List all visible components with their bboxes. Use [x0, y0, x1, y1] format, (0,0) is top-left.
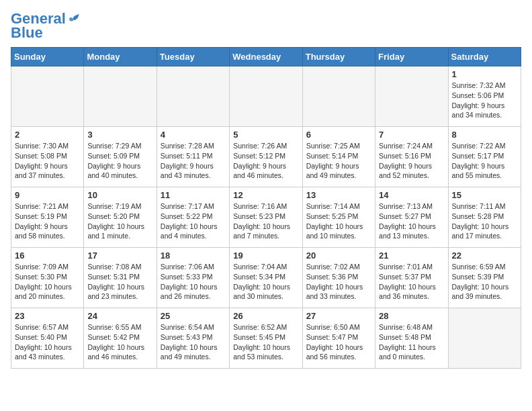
day-info: Sunrise: 7:08 AM Sunset: 5:31 PM Dayligh…: [87, 262, 152, 302]
day-info: Sunrise: 7:06 AM Sunset: 5:33 PM Dayligh…: [161, 262, 226, 302]
calendar-cell: 5Sunrise: 7:26 AM Sunset: 5:12 PM Daylig…: [230, 127, 302, 187]
day-number: 24: [87, 311, 152, 321]
day-info: Sunrise: 7:24 AM Sunset: 5:16 PM Dayligh…: [379, 141, 444, 181]
weekday-header-row: SundayMondayTuesdayWednesdayThursdayFrid…: [11, 48, 521, 66]
day-number: 6: [306, 130, 371, 140]
day-number: 12: [233, 190, 298, 200]
day-info: Sunrise: 6:52 AM Sunset: 5:45 PM Dayligh…: [233, 322, 298, 362]
day-number: 2: [15, 130, 80, 140]
weekday-header-saturday: Saturday: [448, 48, 521, 66]
calendar-cell: 3Sunrise: 7:29 AM Sunset: 5:09 PM Daylig…: [84, 127, 157, 187]
day-info: Sunrise: 7:19 AM Sunset: 5:20 PM Dayligh…: [87, 201, 152, 241]
week-row-3: 16Sunrise: 7:09 AM Sunset: 5:30 PM Dayli…: [11, 248, 521, 308]
day-info: Sunrise: 6:54 AM Sunset: 5:43 PM Dayligh…: [161, 322, 226, 362]
calendar-cell: [11, 66, 84, 127]
calendar-cell: 27Sunrise: 6:50 AM Sunset: 5:47 PM Dayli…: [302, 308, 375, 369]
calendar-cell: 1Sunrise: 7:32 AM Sunset: 5:06 PM Daylig…: [448, 66, 521, 127]
page-header: General Blue: [11, 11, 521, 42]
day-number: 14: [379, 190, 444, 200]
calendar-cell: 11Sunrise: 7:17 AM Sunset: 5:22 PM Dayli…: [157, 187, 229, 248]
calendar-cell: 22Sunrise: 6:59 AM Sunset: 5:39 PM Dayli…: [448, 248, 521, 308]
day-info: Sunrise: 7:13 AM Sunset: 5:27 PM Dayligh…: [379, 201, 444, 241]
week-row-1: 2Sunrise: 7:30 AM Sunset: 5:08 PM Daylig…: [11, 127, 521, 187]
day-info: Sunrise: 7:30 AM Sunset: 5:08 PM Dayligh…: [15, 141, 80, 181]
calendar-cell: 8Sunrise: 7:22 AM Sunset: 5:17 PM Daylig…: [448, 127, 521, 187]
calendar-cell: 20Sunrise: 7:02 AM Sunset: 5:36 PM Dayli…: [302, 248, 375, 308]
day-info: Sunrise: 6:55 AM Sunset: 5:42 PM Dayligh…: [87, 322, 152, 362]
day-number: 19: [233, 250, 298, 261]
day-number: 21: [379, 250, 444, 261]
week-row-0: 1Sunrise: 7:32 AM Sunset: 5:06 PM Daylig…: [11, 66, 521, 127]
day-info: Sunrise: 7:02 AM Sunset: 5:36 PM Dayligh…: [306, 262, 371, 302]
day-info: Sunrise: 7:17 AM Sunset: 5:22 PM Dayligh…: [161, 201, 226, 241]
weekday-header-friday: Friday: [375, 48, 448, 66]
day-info: Sunrise: 7:29 AM Sunset: 5:09 PM Dayligh…: [87, 141, 152, 181]
calendar-cell: 23Sunrise: 6:57 AM Sunset: 5:40 PM Dayli…: [11, 308, 84, 369]
calendar-cell: 2Sunrise: 7:30 AM Sunset: 5:08 PM Daylig…: [11, 127, 84, 187]
day-info: Sunrise: 7:01 AM Sunset: 5:37 PM Dayligh…: [379, 262, 444, 302]
day-info: Sunrise: 6:50 AM Sunset: 5:47 PM Dayligh…: [306, 322, 371, 362]
day-info: Sunrise: 7:32 AM Sunset: 5:06 PM Dayligh…: [452, 81, 517, 120]
day-info: Sunrise: 7:16 AM Sunset: 5:23 PM Dayligh…: [233, 201, 298, 241]
calendar-cell: 10Sunrise: 7:19 AM Sunset: 5:20 PM Dayli…: [84, 187, 157, 248]
weekday-header-monday: Monday: [84, 48, 157, 66]
day-info: Sunrise: 6:48 AM Sunset: 5:48 PM Dayligh…: [379, 322, 444, 362]
day-number: 5: [233, 130, 298, 140]
calendar-cell: 6Sunrise: 7:25 AM Sunset: 5:14 PM Daylig…: [302, 127, 375, 187]
calendar-cell: 12Sunrise: 7:16 AM Sunset: 5:23 PM Dayli…: [230, 187, 302, 248]
calendar-cell: [230, 66, 302, 127]
weekday-header-sunday: Sunday: [11, 48, 84, 66]
day-number: 23: [15, 311, 80, 321]
day-number: 27: [306, 311, 371, 321]
day-number: 20: [306, 250, 371, 261]
day-info: Sunrise: 7:28 AM Sunset: 5:11 PM Dayligh…: [161, 141, 226, 181]
day-number: 22: [452, 250, 517, 261]
calendar-cell: 25Sunrise: 6:54 AM Sunset: 5:43 PM Dayli…: [157, 308, 229, 369]
calendar-cell: 16Sunrise: 7:09 AM Sunset: 5:30 PM Dayli…: [11, 248, 84, 308]
day-info: Sunrise: 7:25 AM Sunset: 5:14 PM Dayligh…: [306, 141, 371, 181]
day-number: 1: [452, 69, 517, 79]
calendar-cell: 26Sunrise: 6:52 AM Sunset: 5:45 PM Dayli…: [230, 308, 302, 369]
calendar-cell: 13Sunrise: 7:14 AM Sunset: 5:25 PM Dayli…: [302, 187, 375, 248]
calendar-cell: 4Sunrise: 7:28 AM Sunset: 5:11 PM Daylig…: [157, 127, 229, 187]
calendar-cell: [84, 66, 157, 127]
calendar-cell: 14Sunrise: 7:13 AM Sunset: 5:27 PM Dayli…: [375, 187, 448, 248]
day-number: 4: [161, 130, 226, 140]
calendar-cell: 24Sunrise: 6:55 AM Sunset: 5:42 PM Dayli…: [84, 308, 157, 369]
logo: General Blue: [11, 11, 81, 42]
calendar-cell: 18Sunrise: 7:06 AM Sunset: 5:33 PM Dayli…: [157, 248, 229, 308]
day-number: 11: [161, 190, 226, 200]
day-info: Sunrise: 7:09 AM Sunset: 5:30 PM Dayligh…: [15, 262, 80, 302]
day-number: 10: [87, 190, 152, 200]
day-number: 28: [379, 311, 444, 321]
calendar-cell: [448, 308, 521, 369]
calendar-cell: 9Sunrise: 7:21 AM Sunset: 5:19 PM Daylig…: [11, 187, 84, 248]
weekday-header-wednesday: Wednesday: [230, 48, 302, 66]
weekday-header-thursday: Thursday: [302, 48, 375, 66]
calendar-table: SundayMondayTuesdayWednesdayThursdayFrid…: [11, 47, 521, 369]
day-number: 25: [161, 311, 226, 321]
day-number: 8: [452, 130, 517, 140]
day-info: Sunrise: 7:04 AM Sunset: 5:34 PM Dayligh…: [233, 262, 298, 302]
day-number: 17: [87, 250, 152, 261]
day-info: Sunrise: 7:11 AM Sunset: 5:28 PM Dayligh…: [452, 201, 517, 241]
day-info: Sunrise: 7:21 AM Sunset: 5:19 PM Dayligh…: [15, 201, 80, 241]
calendar-cell: [157, 66, 229, 127]
day-number: 9: [15, 190, 80, 200]
calendar-cell: 15Sunrise: 7:11 AM Sunset: 5:28 PM Dayli…: [448, 187, 521, 248]
calendar-cell: [375, 66, 448, 127]
calendar-cell: 17Sunrise: 7:08 AM Sunset: 5:31 PM Dayli…: [84, 248, 157, 308]
logo-bird-icon: [67, 12, 81, 26]
calendar-cell: 7Sunrise: 7:24 AM Sunset: 5:16 PM Daylig…: [375, 127, 448, 187]
day-info: Sunrise: 6:57 AM Sunset: 5:40 PM Dayligh…: [15, 322, 80, 362]
calendar-cell: [302, 66, 375, 127]
week-row-2: 9Sunrise: 7:21 AM Sunset: 5:19 PM Daylig…: [11, 187, 521, 248]
calendar-cell: 19Sunrise: 7:04 AM Sunset: 5:34 PM Dayli…: [230, 248, 302, 308]
weekday-header-tuesday: Tuesday: [157, 48, 229, 66]
day-info: Sunrise: 7:14 AM Sunset: 5:25 PM Dayligh…: [306, 201, 371, 241]
day-number: 26: [233, 311, 298, 321]
week-row-4: 23Sunrise: 6:57 AM Sunset: 5:40 PM Dayli…: [11, 308, 521, 369]
day-number: 18: [161, 250, 226, 261]
calendar-cell: 21Sunrise: 7:01 AM Sunset: 5:37 PM Dayli…: [375, 248, 448, 308]
calendar-cell: 28Sunrise: 6:48 AM Sunset: 5:48 PM Dayli…: [375, 308, 448, 369]
